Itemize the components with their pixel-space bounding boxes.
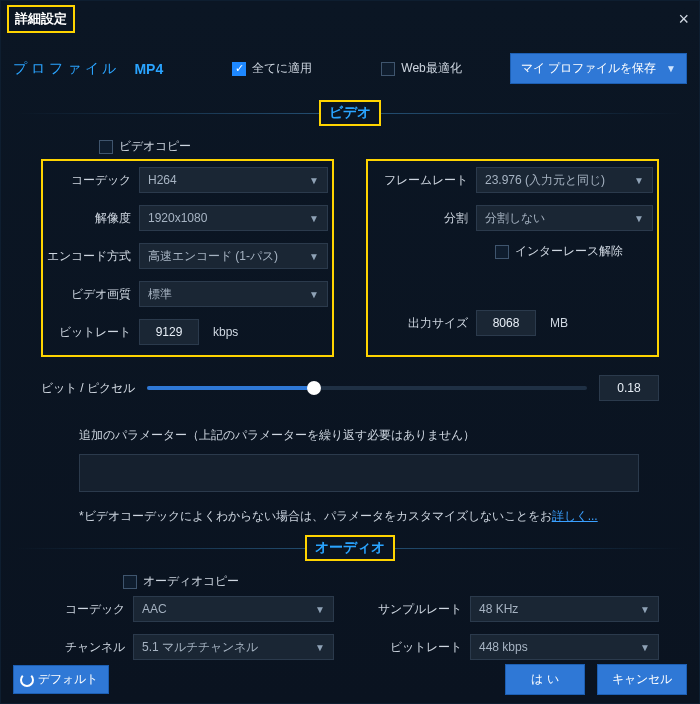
samplerate-select[interactable]: 48 KHz ▼: [470, 596, 659, 622]
output-size-label: 出力サイズ: [372, 315, 468, 332]
quality-label: ビデオ画質: [47, 286, 131, 303]
audio-section-divider: オーディオ: [1, 539, 699, 557]
checkbox-icon: [99, 140, 113, 154]
apply-all-checkbox[interactable]: ✓ 全てに適用: [232, 60, 312, 77]
split-label: 分割: [372, 210, 468, 227]
output-size-unit: MB: [550, 316, 568, 330]
deinterlace-label: インターレース解除: [515, 243, 623, 260]
refresh-icon: [20, 673, 34, 687]
chevron-down-icon: ▼: [309, 175, 319, 186]
audio-copy-label: オーディオコピー: [143, 573, 239, 590]
web-optimize-label: Web最適化: [401, 60, 461, 77]
video-bitrate-label: ビットレート: [47, 324, 131, 341]
video-quality-select[interactable]: 標準 ▼: [139, 281, 328, 307]
video-bitrate-input[interactable]: 9129: [139, 319, 199, 345]
extra-params-input[interactable]: [79, 454, 639, 492]
output-size-input[interactable]: 8068: [476, 310, 536, 336]
dialog-title: 詳細設定: [7, 5, 75, 33]
encode-label: エンコード方式: [47, 248, 131, 265]
header-row: プ ロ フ ァ イ ル MP4 ✓ 全てに適用 Web最適化 マイ プロファイル…: [1, 39, 699, 94]
resolution-label: 解像度: [47, 210, 131, 227]
save-profile-button[interactable]: マイ プロファイルを保存 ▼: [510, 53, 687, 84]
chevron-down-icon: ▼: [640, 604, 650, 615]
checkbox-icon: [381, 62, 395, 76]
titlebar: 詳細設定 ×: [1, 1, 699, 39]
audio-codec-label: コーデック: [41, 601, 125, 618]
chevron-down-icon: ▼: [640, 642, 650, 653]
extra-params-label: 追加のパラメーター（上記のパラメーターを繰り返す必要はありません）: [79, 427, 639, 444]
chevron-down-icon: ▼: [315, 642, 325, 653]
advanced-settings-dialog: 詳細設定 × プ ロ フ ァ イ ル MP4 ✓ 全てに適用 Web最適化 マイ…: [0, 0, 700, 704]
codec-label: コーデック: [47, 172, 131, 189]
audio-bitrate-label: ビットレート: [366, 639, 462, 656]
web-optimize-checkbox[interactable]: Web最適化: [381, 60, 461, 77]
profile-format: MP4: [134, 61, 163, 77]
bpp-slider[interactable]: [147, 386, 587, 390]
bpp-value[interactable]: 0.18: [599, 375, 659, 401]
channel-label: チャンネル: [41, 639, 125, 656]
channel-select[interactable]: 5.1 マルチチャンネル ▼: [133, 634, 334, 660]
close-icon[interactable]: ×: [678, 9, 689, 30]
audio-codec-select[interactable]: AAC ▼: [133, 596, 334, 622]
video-codec-select[interactable]: H264 ▼: [139, 167, 328, 193]
checkbox-icon: [495, 245, 509, 259]
chevron-down-icon: ▼: [666, 63, 676, 74]
video-copy-checkbox[interactable]: ビデオコピー: [99, 138, 699, 155]
audio-right-group: サンプルレート 48 KHz ▼ ビットレート 448 kbps ▼: [366, 596, 659, 660]
cancel-button[interactable]: キャンセル: [597, 664, 687, 695]
codec-note: *ビデオコーデックによくわからない場合は、パラメータをカスタマイズしないことをお…: [79, 508, 639, 525]
video-copy-label: ビデオコピー: [119, 138, 191, 155]
save-profile-label: マイ プロファイルを保存: [521, 60, 656, 77]
audio-section-title: オーディオ: [305, 535, 395, 561]
defaults-button[interactable]: デフォルト: [13, 665, 109, 694]
audio-copy-checkbox[interactable]: オーディオコピー: [123, 573, 699, 590]
video-bitrate-unit: kbps: [213, 325, 238, 339]
deinterlace-checkbox[interactable]: インターレース解除: [495, 243, 623, 260]
chevron-down-icon: ▼: [315, 604, 325, 615]
details-link[interactable]: 詳しく...: [552, 509, 598, 523]
video-section-divider: ビデオ: [1, 104, 699, 122]
video-section-title: ビデオ: [319, 100, 381, 126]
video-left-group: コーデック H264 ▼ 解像度 1920x1080 ▼ エンコード方式 高速エ…: [41, 159, 334, 357]
profile-label: プ ロ フ ァ イ ル: [13, 60, 116, 78]
chevron-down-icon: ▼: [634, 213, 644, 224]
resolution-select[interactable]: 1920x1080 ▼: [139, 205, 328, 231]
framerate-select[interactable]: 23.976 (入力元と同じ) ▼: [476, 167, 653, 193]
ok-button[interactable]: は い: [505, 664, 585, 695]
chevron-down-icon: ▼: [309, 251, 319, 262]
footer: デフォルト は い キャンセル: [1, 664, 699, 695]
split-select[interactable]: 分割しない ▼: [476, 205, 653, 231]
audio-bitrate-select[interactable]: 448 kbps ▼: [470, 634, 659, 660]
slider-fill: [147, 386, 314, 390]
bpp-label: ビット / ピクセル: [41, 380, 135, 397]
samplerate-label: サンプルレート: [366, 601, 462, 618]
apply-all-label: 全てに適用: [252, 60, 312, 77]
chevron-down-icon: ▼: [634, 175, 644, 186]
slider-thumb-icon[interactable]: [307, 381, 321, 395]
audio-left-group: コーデック AAC ▼ チャンネル 5.1 マルチチャンネル ▼: [41, 596, 334, 660]
checkmark-icon: ✓: [232, 62, 246, 76]
framerate-label: フレームレート: [372, 172, 468, 189]
video-right-group: フレームレート 23.976 (入力元と同じ) ▼ 分割 分割しない ▼ インタ…: [366, 159, 659, 357]
chevron-down-icon: ▼: [309, 213, 319, 224]
chevron-down-icon: ▼: [309, 289, 319, 300]
checkbox-icon: [123, 575, 137, 589]
encode-mode-select[interactable]: 高速エンコード (1-パス) ▼: [139, 243, 328, 269]
